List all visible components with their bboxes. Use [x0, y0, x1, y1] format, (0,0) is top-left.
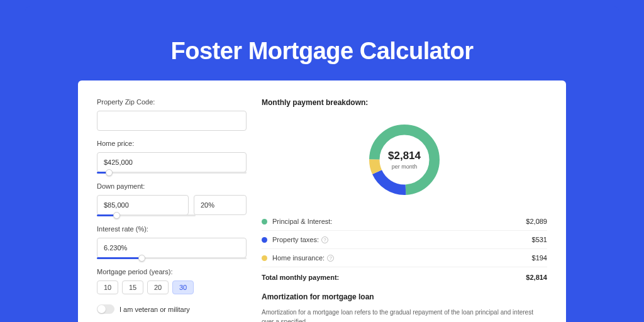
down-payment-percent-input[interactable]	[194, 195, 247, 215]
home-price-slider[interactable]	[97, 172, 247, 174]
veteran-label: I am veteran or military	[119, 306, 190, 313]
zip-field: Property Zip Code:	[97, 98, 247, 131]
info-icon[interactable]: ?	[327, 255, 334, 262]
breakdown-value: $194	[532, 254, 547, 262]
home-price-label: Home price:	[97, 140, 247, 147]
breakdown-title: Monthly payment breakdown:	[262, 98, 547, 107]
breakdown-label: Principal & Interest:	[272, 218, 526, 225]
interest-rate-label: Interest rate (%):	[97, 225, 247, 233]
down-payment-amount-input[interactable]	[97, 195, 189, 215]
mortgage-period-label: Mortgage period (years):	[97, 268, 247, 275]
breakdown-label: Property taxes: ?	[272, 236, 532, 243]
inputs-column: Property Zip Code: Home price: Down paym…	[97, 98, 247, 322]
veteran-toggle[interactable]	[97, 304, 114, 314]
interest-rate-input[interactable]	[97, 238, 247, 258]
breakdown-list: Principal & Interest:$2,089Property taxe…	[262, 213, 547, 267]
breakdown-row: Principal & Interest:$2,089	[262, 213, 547, 231]
period-button-15[interactable]: 15	[122, 280, 143, 294]
page-title: Foster Mortgage Calculator	[0, 38, 644, 65]
info-icon[interactable]: ?	[321, 236, 328, 243]
breakdown-row: Home insurance: ?$194	[262, 249, 547, 267]
breakdown-column: Monthly payment breakdown: $2,814 per mo…	[262, 98, 547, 322]
interest-rate-slider[interactable]	[97, 257, 247, 259]
slider-thumb[interactable]	[106, 169, 113, 176]
legend-dot	[262, 237, 267, 243]
home-price-input[interactable]	[97, 152, 247, 172]
amortization-text: Amortization for a mortgage loan refers …	[262, 308, 547, 322]
zip-input[interactable]	[97, 111, 247, 131]
veteran-toggle-row: I am veteran or military	[97, 304, 247, 314]
donut-chart: $2,814 per month	[262, 116, 547, 204]
breakdown-value: $2,089	[526, 218, 547, 225]
total-label: Total monthly payment:	[262, 274, 526, 281]
breakdown-row: Property taxes: ?$531	[262, 231, 547, 249]
donut-sublabel: per month	[388, 164, 421, 170]
calculator-card: Property Zip Code: Home price: Down paym…	[78, 80, 566, 322]
legend-dot	[262, 219, 267, 225]
down-payment-field: Down payment:	[97, 182, 247, 216]
down-payment-label: Down payment:	[97, 182, 247, 190]
mortgage-period-field: Mortgage period (years): 10152030	[97, 268, 247, 294]
breakdown-value: $531	[532, 236, 547, 243]
period-button-30[interactable]: 30	[172, 280, 194, 294]
period-button-20[interactable]: 20	[147, 280, 169, 294]
down-payment-slider[interactable]	[97, 214, 196, 216]
period-button-10[interactable]: 10	[97, 280, 118, 294]
slider-thumb[interactable]	[113, 212, 120, 219]
total-value: $2,814	[526, 274, 547, 281]
zip-label: Property Zip Code:	[97, 98, 247, 106]
home-price-field: Home price:	[97, 140, 247, 174]
toggle-thumb	[97, 305, 106, 313]
legend-dot	[262, 255, 267, 261]
total-row: Total monthly payment: $2,814	[262, 267, 547, 292]
slider-thumb[interactable]	[138, 255, 145, 262]
breakdown-label: Home insurance: ?	[272, 254, 532, 262]
interest-rate-field: Interest rate (%):	[97, 225, 247, 259]
amortization-title: Amortization for mortgage loan	[262, 292, 547, 301]
donut-total: $2,814	[388, 150, 421, 162]
